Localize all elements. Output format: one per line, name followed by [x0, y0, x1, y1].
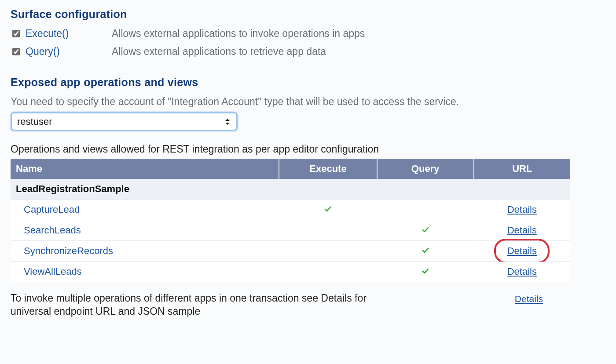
col-query-header: Query [377, 159, 474, 179]
operation-link[interactable]: SearchLeads [24, 225, 81, 236]
table-row: SynchronizeRecordsDetails [11, 241, 570, 262]
operations-table-caption: Operations and views allowed for REST in… [11, 143, 583, 155]
col-execute-header: Execute [279, 159, 377, 179]
query-description: Allows external applications to retrieve… [112, 46, 583, 58]
details-link[interactable]: Details [507, 204, 537, 215]
surface-configuration-heading: Surface configuration [11, 8, 583, 21]
col-name-header: Name [11, 159, 279, 179]
table-row: CaptureLeadDetails [11, 200, 570, 220]
query-checkbox[interactable] [12, 48, 20, 55]
operation-link[interactable]: ViewAllLeads [24, 266, 82, 277]
group-name: LeadRegistrationSample [11, 179, 570, 200]
integration-account-select[interactable]: restuser [12, 113, 236, 130]
col-url-header: URL [474, 159, 570, 179]
table-header-row: Name Execute Query URL [11, 159, 570, 179]
operation-link[interactable]: SynchronizeRecords [24, 245, 113, 256]
details-link[interactable]: Details [507, 266, 537, 277]
operations-table: Name Execute Query URL LeadRegistrationS… [11, 159, 570, 282]
integration-account-helper: You need to specify the account of "Inte… [11, 96, 583, 108]
footer-hint-text: To invoke multiple operations of differe… [11, 292, 371, 318]
footer-row: To invoke multiple operations of differe… [11, 292, 570, 318]
details-link[interactable]: Details [507, 225, 537, 236]
query-label: Query() [26, 46, 60, 58]
operation-link[interactable]: CaptureLead [24, 204, 80, 215]
surface-items: Execute() Allows external applications t… [11, 28, 583, 58]
check-icon [422, 268, 429, 275]
surface-item-query: Query() [11, 46, 112, 58]
check-icon [422, 247, 429, 254]
table-row: ViewAllLeadsDetails [11, 262, 570, 282]
execute-description: Allows external applications to invoke o… [112, 28, 583, 40]
check-icon [324, 206, 331, 213]
universal-endpoint-details-link[interactable]: Details [515, 294, 543, 304]
execute-label: Execute() [26, 28, 69, 40]
table-group-row: LeadRegistrationSample [11, 179, 570, 200]
integration-account-select-wrap: restuser [11, 112, 238, 131]
surface-item-execute: Execute() [11, 28, 112, 40]
exposed-operations-heading: Exposed app operations and views [11, 76, 583, 89]
details-link[interactable]: Details [507, 245, 537, 256]
table-row: SearchLeadsDetails [11, 220, 570, 241]
check-icon [422, 226, 429, 233]
execute-checkbox[interactable] [12, 30, 20, 37]
